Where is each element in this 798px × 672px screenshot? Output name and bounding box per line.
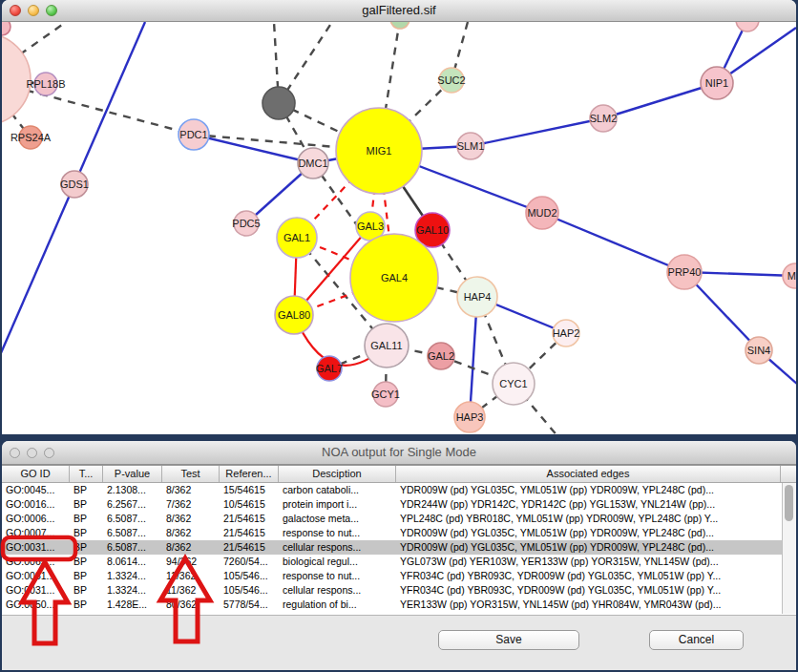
network-edge-pp [542,213,684,272]
scrollbar-thumb[interactable] [785,485,793,521]
node-gal1[interactable]: GAL1 [277,218,317,258]
node-hap3[interactable]: HAP3 [454,402,485,432]
node-label: PDC1 [179,129,207,140]
cell-type: BP [70,583,103,598]
network-window-title: galFiltered.sif [362,0,435,21]
cell-go-id: GO:0031... [2,540,70,555]
table-scrollbar[interactable] [782,483,796,614]
cell-reference: 15/54615 [220,483,279,497]
node-pdc5[interactable]: PDC5 [232,211,260,236]
node-gal80[interactable]: GAL80 [275,296,313,334]
column-header-referen-[interactable]: Referen... [220,466,279,482]
cell-test: 8/362 [162,512,220,526]
cell-associated-edges: YDR009W (pd) YGL035C, YML051W (pp) YDR00… [396,483,781,497]
node-gds1[interactable]: GDS1 [60,171,89,198]
cell-p-value: 2.1308... [103,483,162,497]
minimize-button[interactable] [28,5,39,16]
cell-p-value: 1.3324... [103,583,162,598]
save-button[interactable]: Save [438,630,579,650]
node-label: CYC1 [499,378,527,389]
table-row[interactable]: GO:0050...BP1.428E...80/3625778/54...reg… [2,598,783,612]
minimize-button[interactable] [27,448,37,458]
cell-type: BP [70,555,103,569]
node-gal2[interactable]: GAL2 [428,343,454,369]
cell-p-value: 1.428E... [103,598,162,612]
cell-go-id: GO:0016... [2,497,70,512]
table-row[interactable]: GO:0031...BP1.3324...11/362105/546...res… [2,569,783,583]
cell-description: response to nut... [279,569,396,583]
cell-reference: 10/54615 [220,497,279,512]
node-label: GAL7 [316,363,343,374]
cell-test: 80/362 [162,598,220,612]
cell-go-id: GO:0031... [2,569,70,583]
node-label: GAL3 [357,220,384,232]
table-row[interactable]: GO:0031...BP1.3324...11/362105/546...cel… [2,583,783,598]
node-mig1[interactable]: MIG1 [336,108,422,194]
node-cyc1[interactable]: CYC1 [493,363,535,405]
network-window: galFiltered.sif RPL18BRPS24AGDS1PDC1DMC1… [2,0,796,434]
node-topgreen[interactable] [390,22,410,29]
table-row[interactable]: GO:0065...BP8.0614...94/3627260/54...bio… [2,555,783,569]
table-row[interactable]: GO:0007...BP6.5087...8/36221/54615respon… [2,526,783,540]
node-dmc1[interactable]: DMC1 [298,148,328,178]
table-row[interactable]: GO:0016...BP6.2567...7/36210/54615protei… [2,497,783,512]
close-button[interactable] [10,5,21,16]
node-ms[interactable]: MS [783,263,796,288]
zoom-button[interactable] [44,448,54,458]
node-label: GAL10 [416,224,449,236]
column-header-desciption[interactable]: Desciption [279,466,396,482]
node-rps24a[interactable]: RPS24A [10,126,52,149]
network-canvas[interactable]: RPL18BRPS24AGDS1PDC1DMC1MIG1SUC2SLM1SLM2… [2,22,796,434]
node-nip1[interactable]: NIP1 [701,67,733,99]
node-prp40[interactable]: PRP40 [667,255,702,289]
node-label: HAP3 [456,411,484,423]
cell-test: 8/362 [162,540,220,555]
node-pdc1[interactable]: PDC1 [178,119,209,150]
cell-description: carbon cataboli... [279,483,396,497]
node-slm2[interactable]: SLM2 [590,105,618,132]
column-header-p-value[interactable]: P-value [103,466,162,482]
close-button[interactable] [10,448,20,458]
node-mud2[interactable]: MUD2 [526,197,558,229]
node-topright[interactable] [736,22,759,32]
zoom-button[interactable] [46,5,57,16]
node-slm1[interactable]: SLM1 [457,133,485,159]
noa-window-titlebar[interactable]: NOA output for Single Mode [2,441,796,465]
cell-type: BP [70,569,103,583]
column-header-associated-edges[interactable]: Associated edges [396,466,781,482]
cell-test: 7/362 [162,497,220,512]
node-grayn[interactable] [262,87,295,119]
node-gal11[interactable]: GAL11 [365,324,409,368]
cancel-button[interactable]: Cancel [649,630,744,650]
node-gal7[interactable]: GAL7 [316,356,343,381]
node-hap2[interactable]: HAP2 [553,320,580,346]
cell-description: response to nut... [279,526,396,540]
cell-type: BP [70,540,103,555]
column-header-t-[interactable]: T... [70,466,103,482]
table-row[interactable]: GO:0006...BP6.5087...8/36221/54615galact… [2,512,783,526]
cell-associated-edges: YER133W (pp) YOR315W, YNL145W (pd) YHR08… [396,598,781,612]
noa-window-title: NOA output for Single Mode [322,441,476,464]
cell-p-value: 8.0614... [103,555,162,569]
node-corner[interactable] [2,22,10,35]
cell-type: BP [70,512,103,526]
cell-associated-edges: YFR034C (pd) YBR093C, YDR009W (pd) YGL03… [396,583,781,598]
node-gal4[interactable]: GAL4 [350,234,438,322]
node-label: MUD2 [527,207,556,219]
cell-description: protein import i... [279,497,396,512]
column-header-go-id[interactable]: GO ID [2,466,70,482]
node-hap4[interactable]: HAP4 [457,277,497,317]
column-header-test[interactable]: Test [162,466,220,482]
cell-reference: 7260/54... [220,555,279,569]
cell-test: 8/362 [162,526,220,540]
cell-associated-edges: YPL248C (pd) YBR018C, YML051W (pp) YDR00… [396,512,781,526]
cell-test: 11/362 [162,583,220,598]
table-row[interactable]: GO:0031...BP6.5087...8/36221/54615cellul… [2,540,783,555]
cell-test: 11/362 [162,569,220,583]
node-gcy1[interactable]: GCY1 [371,382,400,407]
node-suc2[interactable]: SUC2 [437,68,465,93]
node-sin4[interactable]: SIN4 [746,337,772,364]
table-row[interactable]: GO:0045...BP2.1308...8/36215/54615carbon… [2,483,783,497]
network-window-titlebar[interactable]: galFiltered.sif [2,0,796,22]
cell-associated-edges: YDR009W (pd) YGL035C, YML051W (pp) YDR00… [396,526,781,540]
